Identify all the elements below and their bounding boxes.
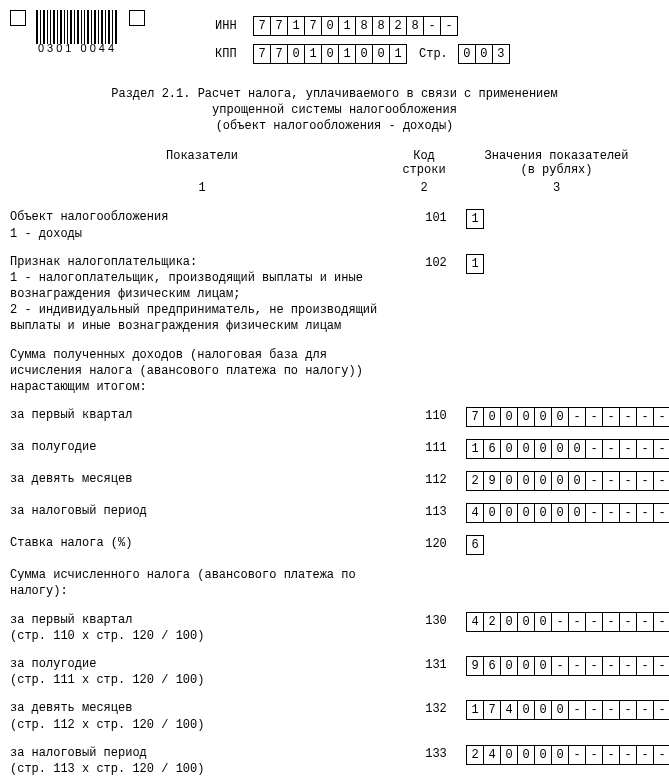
form-cell: -	[585, 656, 603, 676]
table-row: за девять месяцев1122900000-----	[10, 471, 659, 491]
form-cell: 6	[483, 439, 501, 459]
form-cell: -	[636, 700, 654, 720]
form-cell: -	[653, 612, 669, 632]
form-cell: -	[636, 612, 654, 632]
form-cell: -	[568, 612, 586, 632]
section-title-line2: упрощенной системы налогообложения	[10, 102, 659, 118]
column-headers: Показатели Код строки Значения показател…	[10, 149, 659, 178]
row-description: за полугодие(стр. 111 х стр. 120 / 100)	[10, 656, 406, 688]
form-cell: 0	[500, 439, 518, 459]
form-cell: -	[653, 745, 669, 765]
form-cell: -	[636, 745, 654, 765]
form-cell: 0	[287, 44, 305, 64]
form-cell: -	[653, 503, 669, 523]
form-cell: -	[551, 612, 569, 632]
form-cell: -	[619, 407, 637, 427]
inn-cells: 7717018828--	[253, 16, 458, 36]
row-code: 113	[406, 503, 466, 519]
form-cell: 7	[483, 700, 501, 720]
form-cell: 0	[551, 503, 569, 523]
row-code: 111	[406, 439, 466, 455]
row-code: 120	[406, 535, 466, 551]
form-cell: 0	[551, 407, 569, 427]
barcode-icon	[36, 10, 119, 44]
form-cell: -	[653, 471, 669, 491]
barcode-label: 0301 0044	[38, 42, 117, 54]
row-description: за первый квартал	[10, 407, 406, 423]
form-cell: -	[440, 16, 458, 36]
form-cell: 0	[458, 44, 476, 64]
form-cell: 7	[253, 44, 271, 64]
inn-label: ИНН	[215, 19, 253, 33]
row-value-cells: 1	[466, 209, 659, 229]
form-cell: -	[585, 700, 603, 720]
section-title: Раздел 2.1. Расчет налога, уплачиваемого…	[10, 86, 659, 135]
form-cell: -	[619, 745, 637, 765]
form-cell: -	[585, 439, 603, 459]
row-code: 112	[406, 471, 466, 487]
form-cell: 0	[517, 745, 535, 765]
form-cell: 0	[534, 407, 552, 427]
table-row: за налоговый период(стр. 113 х стр. 120 …	[10, 745, 659, 777]
form-cell: 1	[466, 209, 484, 229]
row-code: 102	[406, 254, 466, 270]
row-code: 133	[406, 745, 466, 761]
row-description: за налоговый период	[10, 503, 406, 519]
form-cell: -	[619, 471, 637, 491]
form-cell: 0	[517, 700, 535, 720]
form-cell: 0	[534, 745, 552, 765]
form-cell: -	[568, 745, 586, 765]
form-cell: 0	[534, 471, 552, 491]
row-value-cells: 700000------	[466, 407, 669, 427]
form-cell: -	[653, 700, 669, 720]
row-value-cells: 2900000-----	[466, 471, 669, 491]
col-num-2: 2	[394, 181, 454, 195]
barcode-block: 0301 0044	[36, 10, 119, 54]
form-cell: 1	[287, 16, 305, 36]
table-row: за первый квартал(стр. 110 х стр. 120 / …	[10, 612, 659, 644]
form-cell: 2	[389, 16, 407, 36]
form-cell: -	[423, 16, 441, 36]
form-cell: 3	[492, 44, 510, 64]
form-cell: -	[636, 656, 654, 676]
form-cell: -	[551, 656, 569, 676]
form-cell: 0	[517, 656, 535, 676]
corner-marker-left	[10, 10, 26, 26]
form-cell: 9	[466, 656, 484, 676]
table-row: Признак налогоплательщика:1 - налогоплат…	[10, 254, 659, 335]
form-cell: 0	[551, 745, 569, 765]
inn-line: ИНН 7717018828--	[215, 16, 510, 36]
form-cell: -	[619, 503, 637, 523]
row-description: Ставка налога (%)	[10, 535, 406, 551]
form-cell: 4	[500, 700, 518, 720]
table-row: за налоговый период1134000000-----	[10, 503, 659, 523]
kpp-label: КПП	[215, 47, 253, 61]
form-cell: 1	[338, 16, 356, 36]
row-code: 130	[406, 612, 466, 628]
note-row: Сумма полученных доходов (налоговая база…	[10, 347, 659, 396]
form-cell: -	[602, 656, 620, 676]
form-cell: -	[602, 745, 620, 765]
form-cell: 0	[500, 612, 518, 632]
form-cell: -	[619, 656, 637, 676]
form-cell: -	[602, 700, 620, 720]
table-row: за девять месяцев(стр. 112 х стр. 120 / …	[10, 700, 659, 732]
page-label: Стр.	[419, 47, 448, 61]
form-cell: 0	[517, 503, 535, 523]
form-cell: -	[585, 612, 603, 632]
form-cell: 1	[466, 439, 484, 459]
form-cell: 1	[466, 700, 484, 720]
kpp-line: КПП 770101001 Стр. 003	[215, 44, 510, 64]
form-cell: 0	[568, 503, 586, 523]
form-cell: 8	[355, 16, 373, 36]
row-code: 101	[406, 209, 466, 225]
row-description: за полугодие	[10, 439, 406, 455]
row-value-cells: 96000-------	[466, 656, 669, 676]
form-cell: 9	[483, 471, 501, 491]
form-cell: -	[636, 471, 654, 491]
form-cell: 0	[517, 407, 535, 427]
form-cell: -	[585, 471, 603, 491]
form-cell: -	[619, 439, 637, 459]
kpp-cells: 770101001	[253, 44, 407, 64]
form-cell: -	[585, 407, 603, 427]
